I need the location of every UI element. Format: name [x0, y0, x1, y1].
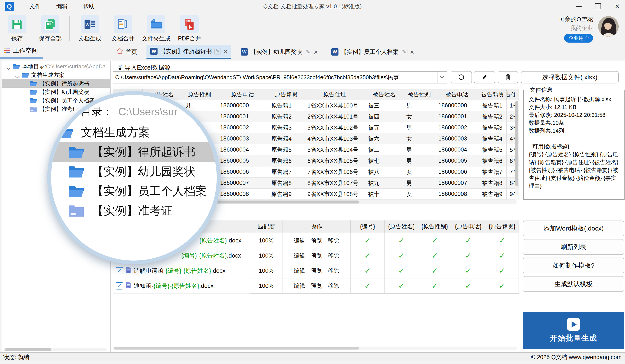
template-checkbox[interactable]: ✓: [116, 282, 123, 290]
tab-close-icon[interactable]: ×: [314, 48, 318, 56]
start-batch-generate-button[interactable]: 开始批量生成: [523, 312, 624, 349]
tab-edit-icon[interactable]: ✎: [305, 49, 311, 55]
check-icon: ✓: [499, 236, 505, 245]
close-button[interactable]: ×: [612, 1, 622, 11]
table-cell: 186000007: [435, 178, 479, 189]
sidebar-hscroll-thumb[interactable]: [5, 348, 51, 351]
folder-icon: [30, 89, 37, 95]
doc-merge-button[interactable]: 文档合并: [107, 15, 139, 42]
table-cell: 被二: [365, 144, 403, 155]
word-file-icon: W: [331, 48, 339, 56]
table-cell: 186000001: [217, 111, 268, 122]
action-编辑[interactable]: 编辑: [294, 252, 305, 259]
check-icon: ✓: [398, 281, 405, 290]
data-column-header: 被告电话: [435, 90, 479, 100]
menu-item-3[interactable]: 帮助: [75, 0, 102, 13]
avatar[interactable]: [598, 16, 619, 37]
user-org[interactable]: 我的企业: [559, 24, 593, 32]
placeholder-check-cell: ✓: [451, 263, 485, 278]
tree-expand-icon[interactable]: [6, 65, 11, 68]
placeholder-check-cell: ✓: [418, 248, 451, 263]
pdf-merge-button[interactable]: PDFPDF合并: [173, 15, 206, 42]
action-移除[interactable]: 移除: [328, 252, 339, 259]
template-row[interactable]: ✓通知函-{编号}-{原告姓名}.docx100%编辑预览移除✓✓✓✓✓: [113, 278, 519, 294]
template-row[interactable]: ✓调解申请函-{编号}-{原告姓名}.docx100%编辑预览移除✓✓✓✓✓: [113, 263, 519, 278]
delete-path-button[interactable]: [498, 71, 518, 84]
select-data-file-button[interactable]: 选择数据文件(.xlsx): [521, 71, 619, 84]
action-移除[interactable]: 移除: [328, 237, 339, 244]
tree-item-3[interactable]: 【实例】律所起诉书: [2, 79, 110, 88]
tab-close-icon[interactable]: ×: [410, 48, 414, 56]
check-icon: ✓: [432, 236, 438, 245]
action-预览[interactable]: 预览: [311, 282, 322, 290]
action-预览[interactable]: 预览: [311, 267, 322, 274]
template-name-cell: ✓通知函-{编号}-{原告姓名}.docx: [113, 278, 250, 293]
tree-item-2[interactable]: 文档生成方案: [2, 71, 110, 79]
table-cell: 186000006: [435, 166, 479, 178]
folder-icon: [68, 165, 84, 178]
trash-icon: [505, 74, 511, 81]
save-button[interactable]: 保存: [1, 15, 33, 42]
maximize-button[interactable]: [593, 1, 603, 11]
loupe-item-label: 【实例】准考证: [92, 203, 172, 219]
tab-document-2[interactable]: W【实例】幼儿园奖状✎×: [237, 45, 322, 59]
template-column-header: {原告电话}: [451, 220, 485, 233]
datasource-path-input[interactable]: C:\Users\surface\AppData\Roaming\QWendan…: [113, 71, 447, 84]
tab-edit-icon[interactable]: ✎: [214, 48, 221, 55]
template-column-header: {编号}: [351, 220, 385, 233]
menu-item-2[interactable]: 编辑: [49, 0, 75, 13]
table-cell: 被五: [365, 122, 403, 133]
path-dropdown-button[interactable]: [437, 71, 447, 83]
word-file-icon: W: [241, 48, 248, 56]
minimize-button[interactable]: [574, 1, 584, 11]
minimize-icon: [576, 6, 582, 7]
match-rate-cell: 100%: [250, 233, 282, 248]
side-button-2[interactable]: 刷新列表: [523, 239, 624, 255]
tree-item-1[interactable]: 本地目录: C:\Users\surface\AppDa: [2, 62, 110, 71]
side-button-3[interactable]: 如何制作模板?: [523, 258, 624, 273]
status-bar: 状态: 就绪 © 2025 Q文档 www.qwendang.com: [0, 352, 625, 362]
pdf-merge-label: PDF合并: [178, 35, 201, 42]
save-all-button[interactable]: 保存全部: [34, 15, 66, 42]
tree-item-4[interactable]: 【实例】幼儿园奖状: [2, 88, 110, 96]
action-编辑[interactable]: 编辑: [294, 237, 305, 244]
table-cell: 被六: [365, 133, 403, 144]
table-cell: 被告籍3: [479, 122, 507, 133]
magnifier-overlay: 目录： C:\Users\sur 文档生成方案【实例】律所起诉书【实例】幼儿园奖…: [47, 91, 220, 264]
placeholder-check-cell: ✓: [485, 233, 519, 248]
action-预览[interactable]: 预览: [311, 237, 322, 244]
table-cell: 6省: [507, 155, 515, 166]
action-移除[interactable]: 移除: [328, 267, 339, 274]
table-cell: 原告籍5: [268, 144, 304, 155]
data-table-vscroll-thumb[interactable]: [515, 101, 518, 186]
refresh-button[interactable]: [451, 71, 472, 84]
tab-edit-icon[interactable]: ✎: [401, 49, 407, 55]
action-编辑[interactable]: 编辑: [294, 282, 305, 290]
tab-home[interactable]: 首页: [113, 45, 141, 59]
side-button-1[interactable]: 添加Word模板(.docx): [523, 220, 624, 236]
template-name-part: .docx: [227, 252, 241, 259]
template-hscroll-thumb[interactable]: [114, 347, 359, 350]
action-预览[interactable]: 预览: [311, 252, 322, 259]
tab-document-3[interactable]: W【实例】员工个人档案✎×: [327, 45, 418, 59]
check-icon: ✓: [398, 266, 405, 275]
loupe-item-label: 【实例】幼儿园奖状: [92, 164, 195, 180]
home-icon: [117, 48, 123, 56]
side-button-4[interactable]: 生成默认模板: [523, 276, 624, 292]
tree-item-label: 【实例】准考证: [39, 105, 78, 113]
tree-item-label: 文档生成方案: [31, 71, 64, 79]
table-cell: 女: [403, 111, 435, 122]
menu-item-1[interactable]: 文件: [22, 0, 49, 13]
template-checkbox[interactable]: ✓: [116, 267, 123, 274]
edit-path-button[interactable]: [474, 71, 495, 84]
user-name: 可亲的Q雪花: [559, 15, 593, 23]
tree-expand-icon[interactable]: [15, 73, 20, 76]
tab-document-1[interactable]: W【实例】律所起诉书✎×: [147, 45, 231, 59]
folder-generate-button[interactable]: 文件夹生成: [140, 15, 172, 42]
user-badge: 企业用户: [564, 34, 593, 43]
action-编辑[interactable]: 编辑: [294, 267, 305, 274]
action-移除[interactable]: 移除: [328, 282, 339, 290]
table-cell: 186000005: [217, 155, 268, 166]
doc-generate-button[interactable]: W文档生成: [74, 15, 106, 42]
tab-close-icon[interactable]: ×: [223, 48, 228, 55]
